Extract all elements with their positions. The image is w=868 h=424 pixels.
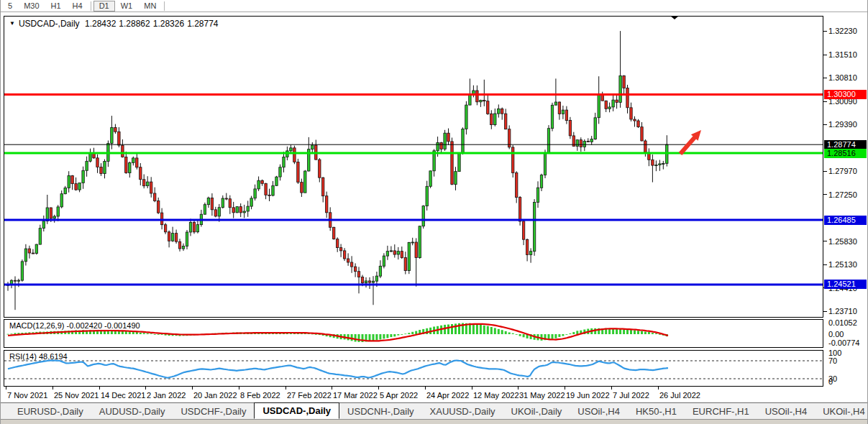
tab-usdcad-daily[interactable]: USDCAD-,Daily xyxy=(254,402,339,419)
date-axis-tick xyxy=(332,387,332,390)
date-axis-tick xyxy=(99,387,100,390)
tab-usoil-h4[interactable]: USOil-,H4 xyxy=(757,405,816,418)
date-axis-label: 24 Apr 2022 xyxy=(426,391,469,400)
price-axis-label: 1.31510 xyxy=(828,50,867,59)
symbol-tabbar: EURUSD-,DailyAUDUSD-,DailyUSDCHF-,DailyU… xyxy=(1,402,867,419)
trading-app-window: 5M30H1H4D1W1MN ▼USDCAD-,Daily 1.284321.2… xyxy=(0,0,868,424)
price-chart-panel[interactable] xyxy=(4,16,823,318)
date-axis-tick xyxy=(378,387,379,390)
price-axis-label: 1.27970 xyxy=(828,167,867,175)
toolbar-separator xyxy=(164,1,165,11)
price-axis-label: 1.30810 xyxy=(828,73,867,82)
tab-usdchf-daily[interactable]: USDCHF-,Daily xyxy=(173,405,254,418)
price-axis-label: 1.29390 xyxy=(828,120,867,129)
price-axis-label: 1.25130 xyxy=(828,260,867,269)
date-axis-label: 31 May 2022 xyxy=(519,391,565,400)
rsi-label: RSI(14) 48.6194 xyxy=(9,352,68,361)
price-axis-tick xyxy=(823,171,827,172)
rsi-axis-label: 70 xyxy=(828,356,867,365)
date-axis-tick xyxy=(52,387,53,390)
date-axis-label: 25 Nov 2021 xyxy=(54,391,99,400)
price-axis-tick xyxy=(823,241,827,241)
tab-xauusd-daily[interactable]: XAUUSD-,Daily xyxy=(422,405,503,418)
timeframe-button-m30[interactable]: M30 xyxy=(18,1,45,11)
price-axis-tick xyxy=(823,311,827,312)
price-level-badge: 1.30300 xyxy=(824,90,867,99)
date-axis-tick xyxy=(658,387,659,390)
date-axis-tick xyxy=(285,387,286,390)
date-axis-label: 7 Nov 2021 xyxy=(7,391,47,400)
date-axis-tick xyxy=(611,387,612,390)
price-axis-tick xyxy=(823,101,827,102)
date-axis-label: 26 Jul 2022 xyxy=(659,391,700,400)
timeframe-toolbar: 5M30H1H4D1W1MN xyxy=(1,0,867,12)
ohlc-low: 1.28326 xyxy=(153,19,184,29)
tab-ukoil-h4[interactable]: UKOil-,H4 xyxy=(815,405,868,418)
date-axis-label: 2 Jan 2022 xyxy=(147,391,186,400)
price-level-badge: 1.26485 xyxy=(824,216,867,225)
date-axis-tick xyxy=(145,387,146,390)
macd-axis-label: 0.01052 xyxy=(828,318,867,327)
toolbar-separator xyxy=(91,1,91,11)
timeframe-button-w1[interactable]: W1 xyxy=(115,1,139,11)
price-axis-label: 1.25830 xyxy=(828,237,867,246)
date-axis-tick xyxy=(6,387,6,390)
rsi-value: 48.6194 xyxy=(39,352,68,361)
date-axis-label: 5 Apr 2022 xyxy=(380,391,418,400)
macd-label: MACD(12,26,9) -0.002420 -0.001490 xyxy=(9,321,140,330)
chart-symbol-label: USDCAD-,Daily xyxy=(19,19,80,29)
price-axis-tick xyxy=(823,78,827,78)
price-axis-tick xyxy=(823,194,827,195)
date-axis-label: 27 Feb 2022 xyxy=(287,391,332,400)
price-axis-label: 1.27250 xyxy=(828,190,867,199)
date-axis-tick xyxy=(472,387,472,390)
tab-eurusd-daily[interactable]: EURUSD-,Daily xyxy=(9,405,91,418)
price-axis-tick xyxy=(823,55,827,55)
date-axis-tick xyxy=(192,387,193,390)
date-axis-label: 12 May 2022 xyxy=(473,391,519,400)
tab-eurchf-h1[interactable]: EURCHF-,H1 xyxy=(685,405,757,418)
chevron-down-icon[interactable]: ▼ xyxy=(9,20,15,27)
timeframe-button-h1[interactable]: H1 xyxy=(45,1,67,11)
chart-title: ▼USDCAD-,Daily 1.284321.288621.283261.28… xyxy=(9,19,221,29)
price-level-badge: 1.24521 xyxy=(824,280,867,289)
macd-axis-label: -0.00774 xyxy=(828,338,867,347)
date-axis-tick xyxy=(425,387,426,390)
price-axis-tick xyxy=(823,264,827,265)
timeframe-button-5[interactable]: 5 xyxy=(2,1,18,11)
date-axis-label: 7 Jul 2022 xyxy=(613,391,649,400)
window-bottom-edge xyxy=(1,419,867,424)
date-axis-tick xyxy=(239,387,239,390)
tab-usoil-h4[interactable]: USOil-,H4 xyxy=(570,405,628,418)
macd-axis-label: 0.00 xyxy=(828,330,867,338)
ohlc-close: 1.28774 xyxy=(187,19,218,29)
tab-ukoil-daily[interactable]: UKOil-,Daily xyxy=(503,405,570,418)
price-axis-label: 1.32230 xyxy=(828,27,867,35)
date-axis-tick xyxy=(565,387,565,390)
date-axis-tick xyxy=(518,387,518,390)
price-axis-tick xyxy=(823,124,827,125)
price-level-badge: 1.28516 xyxy=(824,149,867,158)
timeframe-button-mn[interactable]: MN xyxy=(138,1,162,11)
ohlc-open: 1.28432 xyxy=(85,19,116,29)
timeframe-button-d1[interactable]: D1 xyxy=(93,1,115,11)
date-axis-label: 20 Jan 2022 xyxy=(193,391,237,400)
date-axis-label: 19 Jun 2022 xyxy=(566,391,610,400)
tab-hk50-h1[interactable]: HK50-,H1 xyxy=(628,405,685,418)
date-axis-label: 17 Mar 2022 xyxy=(333,391,378,400)
ohlc-high: 1.28862 xyxy=(119,19,150,29)
tab-audusd-daily[interactable]: AUDUSD-,Daily xyxy=(91,405,173,418)
timeframe-button-h4[interactable]: H4 xyxy=(67,1,88,11)
price-axis-label: 1.23710 xyxy=(828,307,867,315)
date-axis-label: 8 Feb 2022 xyxy=(240,391,280,400)
macd-values: -0.002420 -0.001490 xyxy=(66,321,140,330)
rsi-axis-label: 0 xyxy=(828,377,867,386)
price-axis-tick xyxy=(823,31,827,32)
tab-usdcnh-daily[interactable]: USDCNH-,Daily xyxy=(339,405,421,418)
rsi-panel[interactable] xyxy=(4,350,823,387)
date-axis-label: 14 Dec 2021 xyxy=(101,391,145,400)
